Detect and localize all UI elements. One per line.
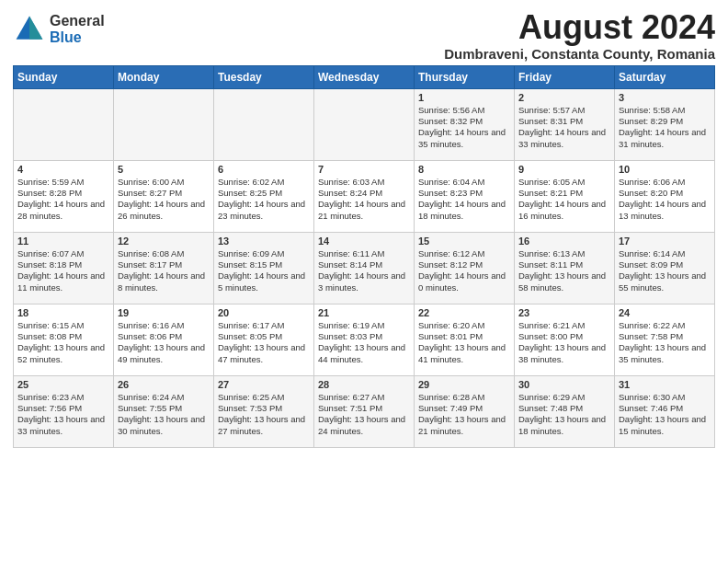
month-year: August 2024 [444,9,715,46]
sunset-text: Sunset: 8:20 PM [619,188,711,199]
logo: General Blue [13,13,105,46]
sunset-text: Sunset: 8:29 PM [619,116,711,127]
day-number: 26 [118,379,210,390]
daylight-text: Daylight: 14 hours and 28 minutes. [17,199,109,222]
sunset-text: Sunset: 8:31 PM [518,116,610,127]
daylight-text: Daylight: 14 hours and 5 minutes. [218,270,310,293]
calendar-cell: 31Sunrise: 6:30 AMSunset: 7:46 PMDayligh… [615,375,715,447]
daylight-text: Daylight: 14 hours and 31 minutes. [619,127,711,150]
daylight-text: Daylight: 13 hours and 38 minutes. [518,342,610,365]
sunset-text: Sunset: 8:23 PM [418,188,510,199]
sunrise-text: Sunrise: 5:57 AM [518,105,610,116]
daylight-text: Daylight: 14 hours and 13 minutes. [619,199,711,222]
daylight-text: Daylight: 13 hours and 24 minutes. [318,414,410,437]
sunset-text: Sunset: 7:51 PM [318,403,410,414]
day-number: 18 [17,307,109,318]
daylight-text: Daylight: 14 hours and 8 minutes. [118,270,210,293]
logo-general-text: General [50,13,105,29]
calendar-cell [14,88,114,160]
calendar-table: SundayMondayTuesdayWednesdayThursdayFrid… [13,65,715,448]
day-number: 22 [418,307,510,318]
sunset-text: Sunset: 7:49 PM [418,403,510,414]
calendar-cell: 16Sunrise: 6:13 AMSunset: 8:11 PMDayligh… [515,232,615,304]
day-number: 31 [619,379,711,390]
daylight-text: Daylight: 14 hours and 16 minutes. [518,199,610,222]
day-number: 3 [619,92,711,103]
daylight-text: Daylight: 13 hours and 18 minutes. [518,414,610,437]
sunset-text: Sunset: 8:05 PM [218,331,310,342]
day-number: 5 [118,164,210,175]
sunset-text: Sunset: 7:55 PM [118,403,210,414]
day-number: 15 [418,236,510,247]
calendar-cell [114,88,214,160]
day-number: 9 [518,164,610,175]
day-number: 28 [318,379,410,390]
daylight-text: Daylight: 13 hours and 15 minutes. [619,414,711,437]
sunrise-text: Sunrise: 6:00 AM [118,177,210,188]
calendar-cell: 19Sunrise: 6:16 AMSunset: 8:06 PMDayligh… [114,304,214,375]
week-row-5: 25Sunrise: 6:23 AMSunset: 7:56 PMDayligh… [14,375,715,447]
sunrise-text: Sunrise: 6:15 AM [17,320,109,331]
daylight-text: Daylight: 14 hours and 26 minutes. [118,199,210,222]
sunset-text: Sunset: 8:25 PM [218,188,310,199]
calendar-cell: 14Sunrise: 6:11 AMSunset: 8:14 PMDayligh… [314,232,415,304]
sunset-text: Sunset: 8:27 PM [118,188,210,199]
sunrise-text: Sunrise: 6:05 AM [518,177,610,188]
week-row-2: 4Sunrise: 5:59 AMSunset: 8:28 PMDaylight… [14,160,715,232]
day-number: 10 [619,164,711,175]
sunrise-text: Sunrise: 6:28 AM [418,392,510,403]
sunrise-text: Sunrise: 6:24 AM [118,392,210,403]
daylight-text: Daylight: 13 hours and 58 minutes. [518,270,610,293]
daylight-text: Daylight: 13 hours and 41 minutes. [418,342,510,365]
calendar-cell: 13Sunrise: 6:09 AMSunset: 8:15 PMDayligh… [214,232,314,304]
logo-blue-text: Blue [50,29,105,46]
day-number: 2 [518,92,610,103]
daylight-text: Daylight: 13 hours and 35 minutes. [619,342,711,365]
week-row-1: 1Sunrise: 5:56 AMSunset: 8:32 PMDaylight… [14,88,715,160]
page-container: General Blue August 2024 Dumbraveni, Con… [0,0,728,454]
daylight-text: Daylight: 14 hours and 11 minutes. [17,270,109,293]
svg-marker-1 [29,17,42,40]
weekday-header-row: SundayMondayTuesdayWednesdayThursdayFrid… [14,65,715,88]
day-number: 11 [17,236,109,247]
sunrise-text: Sunrise: 6:07 AM [17,248,109,259]
sunset-text: Sunset: 8:17 PM [118,259,210,270]
sunrise-text: Sunrise: 6:22 AM [619,320,711,331]
daylight-text: Daylight: 13 hours and 33 minutes. [17,414,109,437]
day-number: 14 [318,236,410,247]
calendar-cell: 1Sunrise: 5:56 AMSunset: 8:32 PMDaylight… [415,88,515,160]
daylight-text: Daylight: 13 hours and 49 minutes. [118,342,210,365]
sunset-text: Sunset: 8:03 PM [318,331,410,342]
day-number: 8 [418,164,510,175]
sunrise-text: Sunrise: 6:27 AM [318,392,410,403]
calendar-cell: 28Sunrise: 6:27 AMSunset: 7:51 PMDayligh… [314,375,415,447]
calendar-cell: 24Sunrise: 6:22 AMSunset: 7:58 PMDayligh… [615,304,715,375]
sunset-text: Sunset: 8:21 PM [518,188,610,199]
calendar-cell: 9Sunrise: 6:05 AMSunset: 8:21 PMDaylight… [515,160,615,232]
day-number: 30 [518,379,610,390]
calendar-cell: 20Sunrise: 6:17 AMSunset: 8:05 PMDayligh… [214,304,314,375]
day-number: 7 [318,164,410,175]
daylight-text: Daylight: 13 hours and 21 minutes. [418,414,510,437]
sunset-text: Sunset: 8:01 PM [418,331,510,342]
sunrise-text: Sunrise: 6:19 AM [318,320,410,331]
sunrise-text: Sunrise: 6:06 AM [619,177,711,188]
weekday-header-monday: Monday [114,65,214,88]
daylight-text: Daylight: 14 hours and 3 minutes. [318,270,410,293]
daylight-text: Daylight: 14 hours and 0 minutes. [418,270,510,293]
day-number: 12 [118,236,210,247]
calendar-cell: 7Sunrise: 6:03 AMSunset: 8:24 PMDaylight… [314,160,415,232]
calendar-cell: 12Sunrise: 6:08 AMSunset: 8:17 PMDayligh… [114,232,214,304]
calendar-cell [214,88,314,160]
calendar-cell: 25Sunrise: 6:23 AMSunset: 7:56 PMDayligh… [14,375,114,447]
sunset-text: Sunset: 8:18 PM [17,259,109,270]
daylight-text: Daylight: 13 hours and 47 minutes. [218,342,310,365]
calendar-cell: 29Sunrise: 6:28 AMSunset: 7:49 PMDayligh… [415,375,515,447]
sunrise-text: Sunrise: 6:29 AM [518,392,610,403]
day-number: 23 [518,307,610,318]
logo-icon [13,13,46,46]
daylight-text: Daylight: 13 hours and 44 minutes. [318,342,410,365]
day-number: 1 [418,92,510,103]
calendar-cell: 23Sunrise: 6:21 AMSunset: 8:00 PMDayligh… [515,304,615,375]
week-row-3: 11Sunrise: 6:07 AMSunset: 8:18 PMDayligh… [14,232,715,304]
